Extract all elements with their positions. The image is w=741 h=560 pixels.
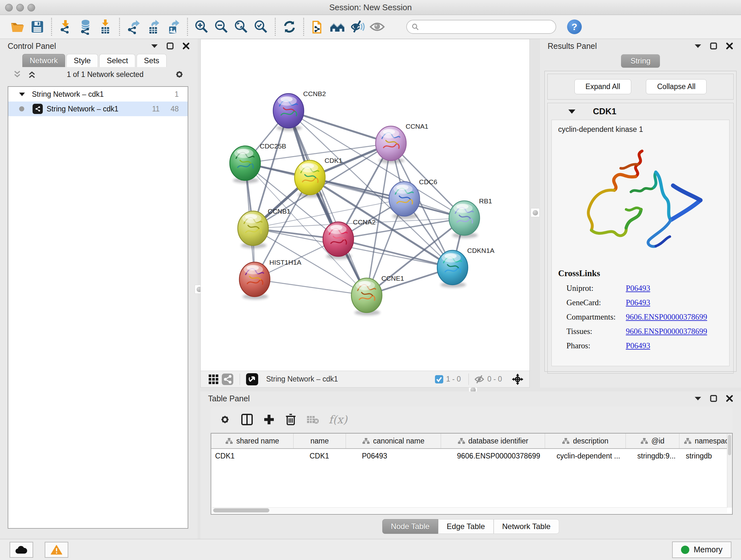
network-node-cdc6[interactable]: CDC6	[389, 178, 437, 219]
column-header[interactable]: database identifier	[441, 434, 545, 448]
right-splitter-handle[interactable]	[531, 208, 540, 217]
delete-column-button[interactable]	[285, 413, 297, 426]
export-network-button[interactable]	[124, 17, 144, 37]
panel-float-button[interactable]	[710, 395, 718, 402]
network-edge[interactable]	[310, 178, 464, 218]
import-network-file-button[interactable]	[56, 17, 76, 37]
zoom-fit-button[interactable]	[231, 17, 251, 37]
network-edge[interactable]	[255, 279, 367, 295]
cell-name[interactable]: CDK1	[293, 452, 346, 460]
import-table-file-button[interactable]	[95, 17, 115, 37]
panel-close-button[interactable]	[182, 42, 190, 50]
column-header[interactable]: name	[293, 434, 346, 448]
add-column-button[interactable]	[263, 414, 275, 426]
crosslink-link[interactable]: 9606.ENSP00000378699	[626, 327, 707, 336]
cell-canonical-name[interactable]: P06493	[346, 452, 441, 460]
network-node-ccne1[interactable]: CCNE1	[351, 274, 404, 315]
network-badge-button[interactable]	[220, 372, 234, 386]
share-document-button[interactable]	[308, 17, 328, 37]
panel-menu-button[interactable]	[694, 396, 701, 401]
tab-network-table[interactable]: Network Table	[494, 519, 559, 534]
search-field[interactable]	[419, 22, 551, 31]
network-canvas[interactable]: CCNB2CCNA1CDC25BCDK1CDC6RB1CCNB1CCNA2CDK…	[201, 39, 529, 366]
open-session-button[interactable]	[8, 17, 27, 37]
export-table-button[interactable]	[144, 17, 163, 37]
section-collapse-button[interactable]	[568, 109, 576, 114]
table-row[interactable]: CDK1 CDK1 P06493 9606.ENSP00000378699 cy…	[211, 449, 732, 463]
tab-edge-table[interactable]: Edge Table	[438, 519, 494, 534]
panel-menu-button[interactable]	[151, 44, 158, 48]
help-button[interactable]: ?	[567, 19, 582, 34]
zoom-in-button[interactable]	[192, 17, 212, 37]
column-header[interactable]: description	[545, 434, 626, 448]
memory-button[interactable]: Memory	[672, 542, 731, 558]
cell-namespace[interactable]: stringdb	[679, 452, 733, 460]
network-options-button[interactable]	[174, 69, 185, 80]
table-vertical-scrollbar[interactable]	[727, 434, 732, 508]
network-node-ccna1[interactable]: CCNA1	[376, 123, 428, 164]
zoom-selected-button[interactable]	[251, 17, 271, 37]
export-image-button[interactable]	[163, 17, 183, 37]
column-header[interactable]: shared name	[211, 434, 293, 448]
tab-string[interactable]: String	[621, 54, 660, 68]
crosslink-link[interactable]: P06493	[626, 284, 650, 293]
left-splitter[interactable]	[198, 39, 200, 539]
panel-close-button[interactable]	[726, 395, 733, 402]
tab-network[interactable]: Network	[22, 54, 65, 67]
network-edge[interactable]	[288, 111, 391, 143]
right-splitter[interactable]	[530, 39, 540, 388]
collapse-all-networks-button[interactable]	[13, 70, 22, 79]
search-input[interactable]	[406, 20, 556, 34]
cell-description[interactable]: cyclin-dependent ...	[545, 452, 626, 460]
zoom-out-button[interactable]	[212, 17, 231, 37]
column-header[interactable]: namespace	[679, 434, 733, 448]
string-home-button[interactable]	[328, 17, 347, 37]
cloud-status-button[interactable]	[10, 542, 33, 558]
show-columns-button[interactable]	[241, 413, 253, 426]
network-node-rb1[interactable]: RB1	[449, 197, 492, 238]
save-session-button[interactable]	[27, 17, 47, 37]
network-node-cdkn1a[interactable]: CDKN1A	[437, 247, 494, 288]
panel-float-button[interactable]	[710, 42, 718, 50]
crosslink-link[interactable]: P06493	[626, 298, 650, 307]
expand-all-networks-button[interactable]	[27, 70, 37, 79]
expand-all-button[interactable]: Expand All	[575, 79, 631, 94]
hide-unhide-button[interactable]	[347, 17, 367, 37]
memory-label: Memory	[694, 545, 723, 554]
cell-id[interactable]: stringdb:9...	[626, 452, 679, 460]
grid-view-button[interactable]	[206, 372, 220, 386]
network-node-ccna2[interactable]: CCNA2	[323, 219, 376, 259]
cell-database-identifier[interactable]: 9606.ENSP00000378699	[441, 452, 545, 460]
collapse-all-button[interactable]: Collapse All	[646, 79, 706, 94]
table-options-button[interactable]	[219, 414, 231, 426]
apply-function-button[interactable]: f(x)	[329, 413, 347, 426]
crosslink-link[interactable]: P06493	[626, 341, 650, 350]
network-row-selected[interactable]: String Network – cdk1 11 48	[8, 102, 188, 116]
panel-float-button[interactable]	[166, 42, 174, 50]
tab-style[interactable]: Style	[66, 54, 98, 67]
table-horizontal-scrollbar[interactable]	[212, 507, 727, 513]
hidden-elements-indicator[interactable]	[474, 374, 485, 384]
cell-shared-name[interactable]: CDK1	[211, 452, 293, 460]
refresh-view-button[interactable]	[280, 17, 299, 37]
column-header[interactable]: @id	[626, 434, 679, 448]
selected-nodes-checkbox[interactable]	[434, 375, 444, 384]
delete-table-button[interactable]	[307, 415, 319, 424]
import-network-database-button[interactable]	[76, 17, 95, 37]
network-collection-row[interactable]: String Network – cdk1 1	[8, 87, 188, 102]
open-in-window-button[interactable]	[245, 372, 259, 386]
tab-select[interactable]: Select	[99, 54, 135, 67]
toggle-view-button[interactable]	[367, 17, 387, 37]
network-node-hist1h1a[interactable]: HIST1H1A	[239, 259, 301, 300]
horizontal-splitter[interactable]	[200, 388, 741, 391]
tab-sets[interactable]: Sets	[137, 54, 166, 67]
panel-menu-button[interactable]	[694, 44, 701, 48]
column-header[interactable]: canonical name	[346, 434, 441, 448]
crosslink-link[interactable]: 9606.ENSP00000378699	[626, 313, 707, 321]
panel-close-button[interactable]	[726, 42, 733, 50]
warning-status-button[interactable]	[45, 542, 68, 558]
tab-node-table[interactable]: Node Table	[382, 519, 438, 534]
network-node-ccnb2[interactable]: CCNB2	[273, 90, 326, 131]
pan-mode-button[interactable]	[512, 373, 524, 385]
network-edge[interactable]	[288, 111, 367, 295]
